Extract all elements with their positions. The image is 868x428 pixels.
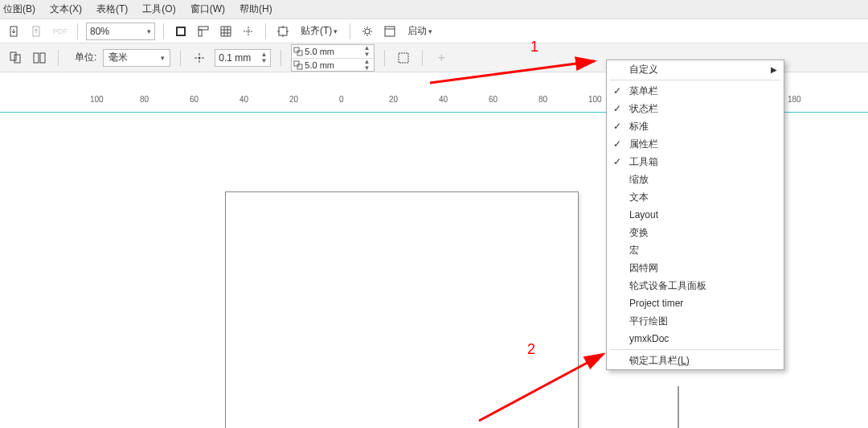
cm-toolbar-item[interactable]: ✓工具箱 <box>607 153 784 171</box>
check-icon: ✓ <box>613 103 621 114</box>
menu-tools[interactable]: 工具(O) <box>142 2 175 16</box>
standard-toolbar: PDF 80% ▾ 贴齐(T) 启动 <box>0 19 868 43</box>
menu-table[interactable]: 表格(T) <box>96 2 128 16</box>
ruler-number: 0 <box>339 95 344 104</box>
launch-label: 启动 <box>407 24 427 38</box>
menubar: 位图(B) 文本(X) 表格(T) 工具(O) 窗口(W) 帮助(H) <box>0 0 868 19</box>
cm-label: 状态栏 <box>629 102 658 116</box>
document-page <box>225 191 579 428</box>
cm-label: 缩放 <box>629 173 649 187</box>
launch-dropdown[interactable]: 启动 <box>403 23 436 40</box>
menu-bitmap[interactable]: 位图(B) <box>3 2 35 16</box>
svg-rect-10 <box>14 55 20 63</box>
spinner-icon[interactable]: ▲▼ <box>361 59 372 72</box>
cm-label: Project timer <box>629 298 683 309</box>
dup-y-input[interactable]: 5.0 mm <box>305 60 359 70</box>
ruler-number: 80 <box>538 95 547 104</box>
menu-text[interactable]: 文本(X) <box>50 2 82 16</box>
toolbar-separator <box>422 50 423 66</box>
cm-label: 文本 <box>629 191 649 204</box>
unit-value: 毫米 <box>108 51 128 64</box>
svg-rect-12 <box>40 53 45 63</box>
cm-label: 变换 <box>629 226 649 240</box>
menu-window[interactable]: 窗口(W) <box>190 2 225 16</box>
cm-toolbar-item[interactable]: 变换 <box>607 224 784 241</box>
toolbar-separator <box>280 50 281 66</box>
cm-toolbar-item[interactable]: ✓状态栏 <box>607 100 784 117</box>
check-icon: ✓ <box>613 121 621 132</box>
toolbar-separator <box>350 23 350 39</box>
unit-combo[interactable]: 毫米 ▾ <box>103 49 170 67</box>
check-icon: ✓ <box>613 138 621 150</box>
cm-separator <box>610 80 780 80</box>
snap-to-dropdown[interactable]: 贴齐(T) <box>297 23 342 40</box>
orientation-landscape-icon[interactable] <box>31 49 48 67</box>
cm-customize[interactable]: 自定义 ▶ <box>607 60 784 78</box>
toolbar-separator <box>163 23 164 39</box>
spinner-icon[interactable]: ▲▼ <box>260 51 267 64</box>
svg-rect-8 <box>385 27 395 36</box>
dup-x-input[interactable]: 5.0 mm <box>305 47 359 56</box>
cm-toolbar-item[interactable]: 文本 <box>607 188 784 206</box>
svg-rect-16 <box>294 61 299 66</box>
ruler-number: 60 <box>190 95 199 104</box>
nudge-anchor-icon[interactable] <box>190 49 208 67</box>
svg-rect-6 <box>279 27 287 35</box>
svg-rect-3 <box>178 28 184 35</box>
toolbar-separator <box>265 23 266 39</box>
cm-toolbar-item[interactable]: 宏 <box>607 241 784 259</box>
zoom-combo[interactable]: 80% ▾ <box>86 23 155 40</box>
chevron-down-icon: ▾ <box>161 54 165 62</box>
docker-divider[interactable] <box>678 386 679 428</box>
fullscreen-icon[interactable] <box>172 23 190 40</box>
ruler-number: 60 <box>489 95 497 104</box>
import-icon[interactable] <box>6 23 24 40</box>
ruler-number: 100 <box>588 95 602 104</box>
unit-label: 单位: <box>75 51 96 64</box>
cm-label: 标准 <box>629 120 649 134</box>
nudge-distance-input[interactable]: 0.1 mm ▲▼ <box>215 49 271 67</box>
app-launcher-icon[interactable] <box>381 23 399 40</box>
cm-toolbar-item[interactable]: Project timer <box>607 294 784 312</box>
svg-rect-17 <box>297 64 302 69</box>
add-page-icon[interactable]: + <box>432 49 450 67</box>
cm-toolbar-item[interactable]: ✓属性栏 <box>607 135 784 153</box>
cm-toolbar-item[interactable]: ymxkDoc <box>607 330 784 348</box>
cm-label: Layout <box>629 209 658 220</box>
cm-toolbar-item[interactable]: 因特网 <box>607 259 784 277</box>
cm-toolbar-item[interactable]: 轮式设备工具面板 <box>607 277 784 294</box>
cm-label: 因特网 <box>629 261 658 275</box>
orientation-portrait-icon[interactable] <box>6 49 24 67</box>
treat-as-filled-icon[interactable] <box>395 49 412 67</box>
check-icon: ✓ <box>613 156 621 167</box>
ruler-number: 20 <box>289 95 298 104</box>
snap-label: 贴齐(T) <box>301 24 332 38</box>
cm-label: ymxkDoc <box>629 333 669 344</box>
cm-toolbar-item[interactable]: ✓菜单栏 <box>607 82 784 100</box>
cm-toolbar-item[interactable]: ✓标准 <box>607 117 784 135</box>
svg-rect-4 <box>199 27 208 30</box>
submenu-arrow-icon: ▶ <box>771 65 777 74</box>
spinner-icon[interactable]: ▲▼ <box>361 45 372 58</box>
snap-icon[interactable] <box>274 23 292 40</box>
rulers-icon[interactable] <box>194 23 212 40</box>
dup-y-icon <box>293 60 303 70</box>
cm-toolbar-item[interactable]: Layout <box>607 206 784 224</box>
options-icon[interactable] <box>358 23 376 40</box>
cm-toolbar-item[interactable]: 缩放 <box>607 171 784 188</box>
svg-rect-15 <box>297 51 302 56</box>
svg-rect-9 <box>10 52 16 60</box>
cm-lock-toolbars[interactable]: 锁定工具栏(L) <box>607 352 784 369</box>
cm-label: 宏 <box>629 244 639 257</box>
svg-rect-18 <box>399 53 408 63</box>
grid-icon[interactable] <box>217 23 235 40</box>
guides-icon[interactable] <box>240 23 257 40</box>
toolbar-context-menu: 自定义 ▶ ✓菜单栏✓状态栏✓标准✓属性栏✓工具箱缩放文本Layout变换宏因特… <box>606 60 784 370</box>
menu-help[interactable]: 帮助(H) <box>240 2 272 16</box>
export-icon[interactable] <box>29 23 47 40</box>
toolbar-separator <box>384 50 385 66</box>
ruler-number: 40 <box>439 95 448 104</box>
check-icon: ✓ <box>613 85 621 97</box>
cm-toolbar-item[interactable]: 平行绘图 <box>607 312 784 330</box>
pdf-icon[interactable]: PDF <box>51 23 69 40</box>
